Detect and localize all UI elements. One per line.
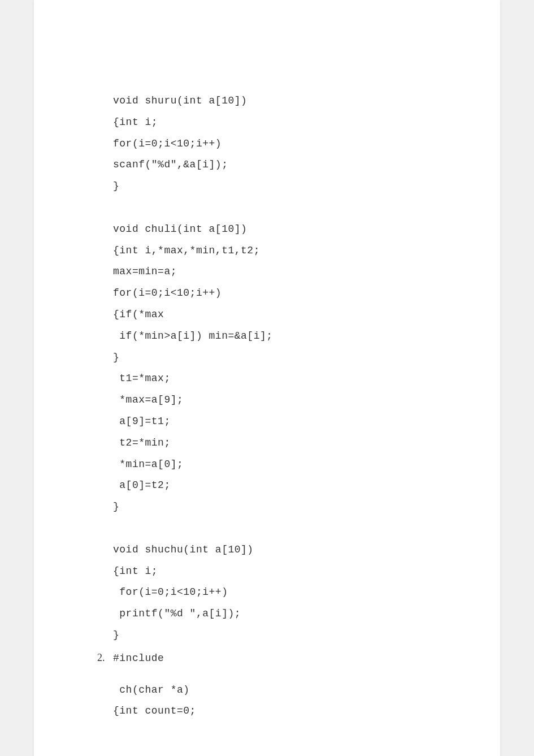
- code-block-2: ch(char *a) {int count=0;: [68, 680, 466, 723]
- list-number: 2.: [97, 647, 113, 669]
- code-block-1: void shuru(int a[10]) {int i; for(i=0;i<…: [68, 90, 466, 646]
- list-text: #include: [113, 648, 164, 669]
- document-page: void shuru(int a[10]) {int i; for(i=0;i<…: [34, 0, 500, 756]
- list-item-2: 2. #include: [68, 647, 466, 669]
- spacer: [68, 669, 466, 680]
